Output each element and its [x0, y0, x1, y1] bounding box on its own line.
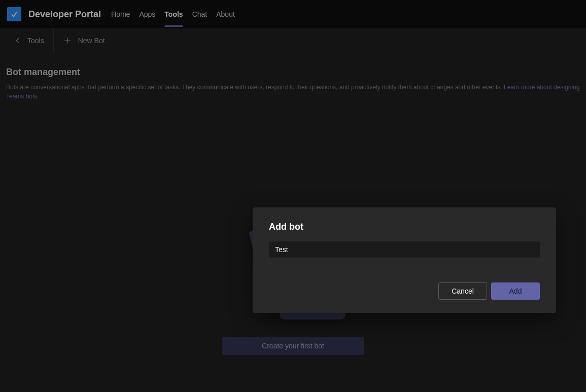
bot-name-input[interactable] — [269, 241, 540, 258]
add-bot-dialog: Add bot Cancel Add — [253, 207, 556, 313]
cancel-button[interactable]: Cancel — [438, 282, 487, 300]
dialog-actions: Cancel Add — [269, 282, 540, 300]
dialog-title: Add bot — [269, 222, 540, 232]
modal-backdrop[interactable] — [0, 0, 586, 392]
add-button[interactable]: Add — [491, 282, 540, 300]
